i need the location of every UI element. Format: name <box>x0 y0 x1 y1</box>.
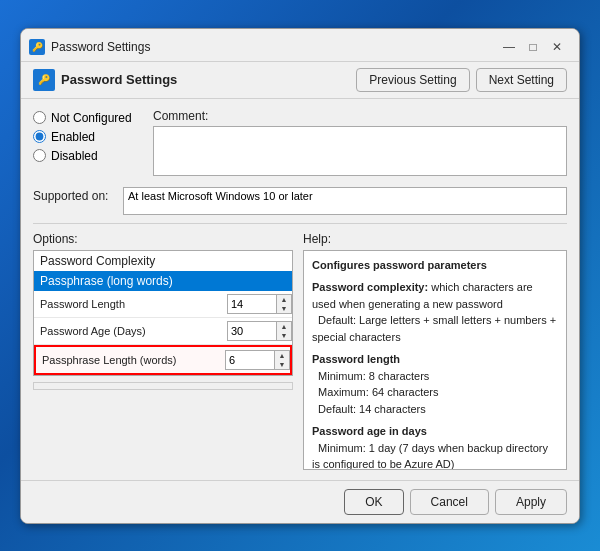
bottom-bar: OK Cancel Apply <box>21 480 579 523</box>
enabled-radio[interactable] <box>33 130 46 143</box>
help-section-length: Password length Minimum: 8 characters Ma… <box>312 351 558 417</box>
help-age-text: Minimum: 1 day (7 days when backup direc… <box>312 440 558 470</box>
password-length-up[interactable]: ▲ <box>277 295 291 304</box>
previous-setting-button[interactable]: Previous Setting <box>356 68 469 92</box>
config-state-group: Not Configured Enabled Disabled <box>33 109 143 179</box>
passphrase-length-input[interactable] <box>225 350 275 370</box>
enabled-label: Enabled <box>51 130 95 144</box>
main-content: Not Configured Enabled Disabled Comment:… <box>21 99 579 480</box>
passphrase-length-up[interactable]: ▲ <box>275 351 289 360</box>
help-section-complexity: Password complexity: which characters ar… <box>312 279 558 345</box>
list-item[interactable]: Password Complexity <box>34 251 292 271</box>
passphrase-length-label: Passphrase Length (words) <box>36 354 225 366</box>
enabled-option[interactable]: Enabled <box>33 130 143 144</box>
title-bar: 🔑 Password Settings — □ ✕ <box>21 29 579 62</box>
help-age-title: Password age in days <box>312 423 558 440</box>
not-configured-radio[interactable] <box>33 111 46 124</box>
help-complexity-title: Password complexity: <box>312 281 428 293</box>
password-length-input[interactable] <box>227 294 277 314</box>
passphrase-length-row: Passphrase Length (words) ▲ ▼ <box>34 345 292 375</box>
comment-textarea[interactable] <box>153 126 567 176</box>
comment-section: Comment: <box>153 109 567 179</box>
maximize-button[interactable]: □ <box>523 37 543 57</box>
ok-button[interactable]: OK <box>344 489 403 515</box>
next-setting-button[interactable]: Next Setting <box>476 68 567 92</box>
options-panel: Options: Password Complexity Passphrase … <box>33 232 293 470</box>
supported-label: Supported on: <box>33 187 115 203</box>
header-title: Password Settings <box>61 72 177 87</box>
passphrase-length-down[interactable]: ▼ <box>275 360 289 369</box>
options-scrollbar[interactable] <box>33 382 293 390</box>
help-title: Configures password parameters <box>312 257 558 274</box>
list-item[interactable]: Passphrase (long words) <box>34 271 292 291</box>
not-configured-label: Not Configured <box>51 111 132 125</box>
help-panel: Configures password parameters Password … <box>303 250 567 470</box>
header-bar: 🔑 Password Settings Previous Setting Nex… <box>21 62 579 99</box>
title-controls: — □ ✕ <box>499 37 567 57</box>
password-age-down[interactable]: ▼ <box>277 331 291 340</box>
password-age-label: Password Age (Days) <box>34 325 227 337</box>
help-section-age: Password age in days Minimum: 1 day (7 d… <box>312 423 558 470</box>
disabled-option[interactable]: Disabled <box>33 149 143 163</box>
help-section: Help: Configures password parameters Pas… <box>303 232 567 470</box>
password-age-input[interactable] <box>227 321 277 341</box>
password-length-down[interactable]: ▼ <box>277 304 291 313</box>
password-length-label: Password Length <box>34 298 227 310</box>
window-icon: 🔑 <box>29 39 45 55</box>
title-bar-left: 🔑 Password Settings <box>29 39 150 55</box>
disabled-label: Disabled <box>51 149 98 163</box>
not-configured-option[interactable]: Not Configured <box>33 111 143 125</box>
divider <box>33 223 567 224</box>
comment-label: Comment: <box>153 109 567 123</box>
password-age-up[interactable]: ▲ <box>277 322 291 331</box>
help-length-title: Password length <box>312 351 558 368</box>
help-label: Help: <box>303 232 567 246</box>
bottom-section: Options: Password Complexity Passphrase … <box>33 232 567 470</box>
main-window: 🔑 Password Settings — □ ✕ 🔑 Password Set… <box>20 28 580 524</box>
password-age-row: Password Age (Days) ▲ ▼ <box>34 318 292 345</box>
password-age-spinner: ▲ ▼ <box>277 321 292 341</box>
password-length-spinner: ▲ ▼ <box>277 294 292 314</box>
disabled-radio[interactable] <box>33 149 46 162</box>
options-label: Options: <box>33 232 293 246</box>
close-button[interactable]: ✕ <box>547 37 567 57</box>
header-icon: 🔑 <box>33 69 55 91</box>
header-left: 🔑 Password Settings <box>33 69 177 91</box>
passphrase-length-input-wrap: ▲ ▼ <box>225 350 290 370</box>
minimize-button[interactable]: — <box>499 37 519 57</box>
cancel-button[interactable]: Cancel <box>410 489 489 515</box>
apply-button[interactable]: Apply <box>495 489 567 515</box>
password-length-input-wrap: ▲ ▼ <box>227 294 292 314</box>
supported-row: Supported on: At least Microsoft Windows… <box>33 187 567 215</box>
supported-value: At least Microsoft Windows 10 or later <box>123 187 567 215</box>
window-title: Password Settings <box>51 40 150 54</box>
password-age-input-wrap: ▲ ▼ <box>227 321 292 341</box>
passphrase-length-spinner: ▲ ▼ <box>275 350 290 370</box>
help-length-text: Minimum: 8 characters Maximum: 64 charac… <box>312 368 558 418</box>
header-buttons: Previous Setting Next Setting <box>356 68 567 92</box>
options-list: Password Complexity Passphrase (long wor… <box>33 250 293 376</box>
password-length-row: Password Length ▲ ▼ <box>34 291 292 318</box>
top-section: Not Configured Enabled Disabled Comment: <box>33 109 567 179</box>
